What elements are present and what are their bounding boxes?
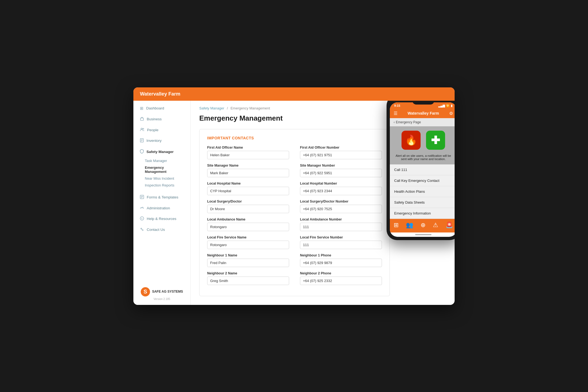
contact-label: Local Fire Service Number bbox=[300, 235, 382, 239]
breadcrumb-parent[interactable]: Safety Manager bbox=[199, 106, 224, 110]
sub-label: Task Manager bbox=[145, 159, 167, 163]
contact-value: Greg Smith bbox=[207, 277, 289, 285]
home-indicator bbox=[415, 234, 431, 235]
contact-field-right: Neighbour 2 Phone +64 (07) 925 2332 bbox=[300, 271, 382, 285]
contact-value: +64 (07) 922 5951 bbox=[300, 169, 382, 177]
fire-icon: 🔥 bbox=[405, 134, 417, 146]
contact-label: Local Surgery/Doctor Number bbox=[300, 200, 382, 203]
sidebar-item-label: Safety Manager bbox=[146, 150, 174, 154]
emergency-buttons: 🔥 ✚ bbox=[390, 126, 455, 154]
phone-list-item[interactable]: Call 111 bbox=[390, 164, 455, 175]
phone-nav-bar: ☰ Watervalley Farm ⚙ bbox=[390, 109, 455, 118]
contact-label: Neighbour 2 Name bbox=[207, 271, 289, 275]
main-layout: ⊞ Dashboard Business People Inventory bbox=[133, 101, 455, 305]
sidebar-sub-emergency-management[interactable]: Emergency Management bbox=[133, 164, 190, 175]
contact-row: Local Ambulance Name Rotongaro Local Amb… bbox=[207, 218, 382, 231]
settings-icon[interactable]: ⚙ bbox=[449, 111, 453, 116]
sidebar-item-label: Inventory bbox=[146, 139, 162, 143]
contact-icon bbox=[140, 227, 144, 232]
contact-field-left: First Aid Officer Name Helen Baker bbox=[207, 146, 289, 159]
sidebar-logo: S SAFE AG SYSTEMS Version 2.185 bbox=[133, 283, 190, 305]
fire-button[interactable]: 🔥 bbox=[402, 131, 421, 150]
sidebar-item-safety-manager[interactable]: Safety Manager bbox=[135, 146, 189, 157]
add-icon[interactable]: ⊕ bbox=[421, 222, 425, 229]
version-label: Version 2.185 bbox=[154, 298, 170, 301]
business-icon bbox=[140, 117, 144, 122]
sidebar-item-label: Administration bbox=[147, 206, 170, 210]
phone-list-item[interactable]: Health Action Plans bbox=[390, 186, 455, 197]
grid-icon[interactable]: ⊞ bbox=[394, 222, 399, 229]
contact-row: Site Manager Name Mark Baker Site Manage… bbox=[207, 164, 382, 177]
svg-point-14 bbox=[141, 228, 142, 229]
sidebar-item-inventory[interactable]: Inventory bbox=[135, 136, 189, 146]
sidebar-sub-task-manager[interactable]: Task Manager bbox=[133, 157, 190, 164]
contact-field-right: Local Fire Service Number 111 bbox=[300, 235, 382, 249]
people-bottom-icon[interactable]: 👥 bbox=[406, 222, 413, 229]
contact-row: Neighbour 2 Name Greg Smith Neighbour 2 … bbox=[207, 271, 382, 285]
sidebar-item-help-resources[interactable]: Help & Resources bbox=[135, 214, 189, 224]
sub-label: Emergency Management bbox=[145, 166, 166, 174]
phone-list-item[interactable]: Emergency Information bbox=[390, 208, 455, 219]
contact-row: Local Hospital Name CYP Hospital Local H… bbox=[207, 182, 382, 195]
contact-value: 111 bbox=[300, 223, 382, 231]
alert-bottom-icon[interactable]: 🚨 bbox=[446, 222, 453, 229]
svg-rect-0 bbox=[140, 118, 143, 120]
contact-value: +64 (07) 920 7525 bbox=[300, 205, 382, 213]
contact-value: Fred Palin bbox=[207, 259, 289, 267]
phone-list-item[interactable]: Safety Data Sheets bbox=[390, 197, 455, 208]
contact-value: +64 (07) 921 9751 bbox=[300, 151, 382, 159]
top-bar: Watervalley Farm bbox=[133, 87, 455, 101]
contact-label: Neighbour 1 Phone bbox=[300, 253, 382, 257]
svg-point-15 bbox=[142, 229, 143, 231]
sidebar-item-dashboard[interactable]: ⊞ Dashboard bbox=[135, 103, 189, 114]
sidebar-item-label: People bbox=[147, 128, 158, 132]
contact-label: Neighbour 1 Name bbox=[207, 253, 289, 257]
safety-manager-icon bbox=[140, 149, 144, 154]
contact-value: Helen Baker bbox=[207, 151, 289, 159]
contact-field-left: Local Hospital Name CYP Hospital bbox=[207, 182, 289, 195]
help-icon bbox=[140, 216, 144, 221]
contact-label: Local Hospital Number bbox=[300, 182, 382, 185]
sidebar-item-label: Dashboard bbox=[146, 106, 164, 110]
svg-line-16 bbox=[142, 228, 142, 230]
sidebar-item-administration[interactable]: Administration bbox=[135, 203, 189, 213]
sub-label: Inspection Reports bbox=[145, 183, 174, 187]
contact-label: Local Hospital Name bbox=[207, 182, 289, 185]
sidebar-item-contact-us[interactable]: Contact Us bbox=[135, 225, 189, 235]
first-aid-button[interactable]: ✚ bbox=[426, 131, 445, 150]
app-title: Watervalley Farm bbox=[140, 91, 180, 97]
contact-value: Rotongaro bbox=[207, 223, 289, 231]
people-icon bbox=[140, 128, 144, 132]
back-label: Emergency Page bbox=[396, 120, 421, 124]
contact-value: Rotongaro bbox=[207, 241, 289, 249]
contact-value: 111 bbox=[300, 241, 382, 249]
contact-label: Site Manager Number bbox=[300, 164, 382, 167]
warning-icon[interactable]: ⚠ bbox=[433, 222, 438, 229]
sidebar-item-label: Forms & Templates bbox=[147, 195, 178, 199]
contact-field-left: Neighbour 2 Name Greg Smith bbox=[207, 271, 289, 285]
contact-label: First Aid Officer Name bbox=[207, 146, 289, 149]
sidebar-item-people[interactable]: People bbox=[135, 125, 189, 135]
contact-field-right: Local Ambulance Number 111 bbox=[300, 218, 382, 231]
sidebar-sub-near-miss[interactable]: Near Miss Incident bbox=[133, 175, 190, 182]
sidebar-sub-inspection-reports[interactable]: Inspection Reports bbox=[133, 182, 190, 189]
phone-bottom-nav: ⊞ 👥 ⊕ ⚠ 🚨 bbox=[390, 219, 455, 232]
contact-field-left: Local Ambulance Name Rotongaro bbox=[207, 218, 289, 231]
sidebar-item-forms-templates[interactable]: Forms & Templates bbox=[135, 192, 189, 203]
contact-label: Local Fire Service Name bbox=[207, 235, 289, 239]
sidebar: ⊞ Dashboard Business People Inventory bbox=[133, 101, 191, 305]
sidebar-item-label: Contact Us bbox=[147, 228, 165, 232]
sidebar-item-business[interactable]: Business bbox=[135, 114, 189, 124]
phone-list-item[interactable]: Call Key Emergency Contact bbox=[390, 175, 455, 186]
contact-field-left: Site Manager Name Mark Baker bbox=[207, 164, 289, 177]
contact-label: Local Ambulance Number bbox=[300, 218, 382, 221]
contact-label: First Aid Officer Number bbox=[300, 146, 382, 149]
contact-field-left: Local Fire Service Name Rotongaro bbox=[207, 235, 289, 249]
contacts-list: First Aid Officer Name Helen Baker First… bbox=[207, 146, 382, 285]
contact-row: Neighbour 1 Name Fred Palin Neighbour 1 … bbox=[207, 253, 382, 267]
phone-back-bar[interactable]: ‹ Emergency Page bbox=[390, 118, 455, 126]
contact-value: CYP Hospital bbox=[207, 187, 289, 195]
menu-icon[interactable]: ☰ bbox=[394, 111, 397, 116]
breadcrumb-separator: / bbox=[227, 106, 228, 110]
svg-point-1 bbox=[141, 128, 142, 129]
